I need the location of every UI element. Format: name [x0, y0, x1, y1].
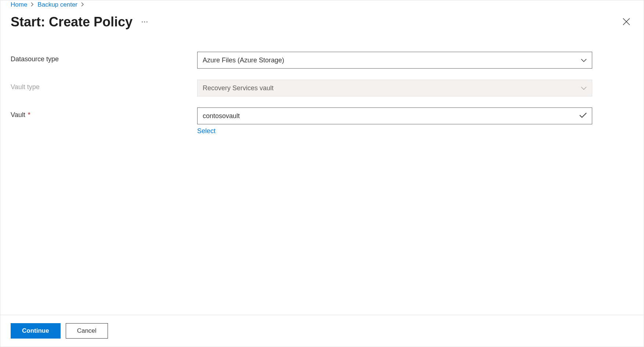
breadcrumb-backup-center-link[interactable]: Backup center	[37, 1, 77, 8]
continue-button[interactable]: Continue	[11, 323, 61, 339]
vault-label: Vault *	[11, 107, 197, 119]
datasource-type-label: Datasource type	[11, 52, 197, 63]
cancel-button[interactable]: Cancel	[66, 323, 108, 339]
breadcrumb: Home Backup center	[0, 0, 644, 8]
datasource-type-row: Datasource type Azure Files (Azure Stora…	[11, 52, 592, 69]
vault-input[interactable]: contosovault	[197, 107, 592, 124]
breadcrumb-home-link[interactable]: Home	[11, 1, 27, 8]
vault-type-label: Vault type	[11, 80, 197, 91]
vault-label-text: Vault	[11, 111, 25, 118]
vault-value: contosovault	[203, 112, 240, 120]
chevron-down-icon	[581, 84, 587, 92]
close-button[interactable]	[619, 15, 633, 30]
datasource-type-value: Azure Files (Azure Storage)	[203, 56, 284, 64]
check-icon	[579, 112, 587, 120]
vault-type-row: Vault type Recovery Services vault	[11, 80, 592, 96]
required-marker: *	[28, 111, 30, 118]
vault-type-value: Recovery Services vault	[203, 84, 274, 92]
vault-type-select: Recovery Services vault	[197, 80, 592, 96]
chevron-right-icon	[31, 2, 34, 8]
vault-select-link[interactable]: Select	[197, 127, 216, 135]
vault-row: Vault * contosovault Select	[11, 107, 592, 135]
page-footer: Continue Cancel	[0, 315, 644, 347]
close-icon	[622, 21, 630, 27]
chevron-right-icon	[81, 2, 84, 8]
more-actions-icon[interactable]: ···	[141, 19, 148, 25]
chevron-down-icon	[581, 56, 587, 64]
page-title-text: Start: Create Policy	[11, 14, 133, 30]
datasource-type-select[interactable]: Azure Files (Azure Storage)	[197, 52, 592, 69]
page-header: Start: Create Policy ···	[0, 8, 644, 44]
page-title: Start: Create Policy ···	[11, 14, 148, 30]
create-policy-form: Datasource type Azure Files (Azure Stora…	[0, 44, 603, 153]
